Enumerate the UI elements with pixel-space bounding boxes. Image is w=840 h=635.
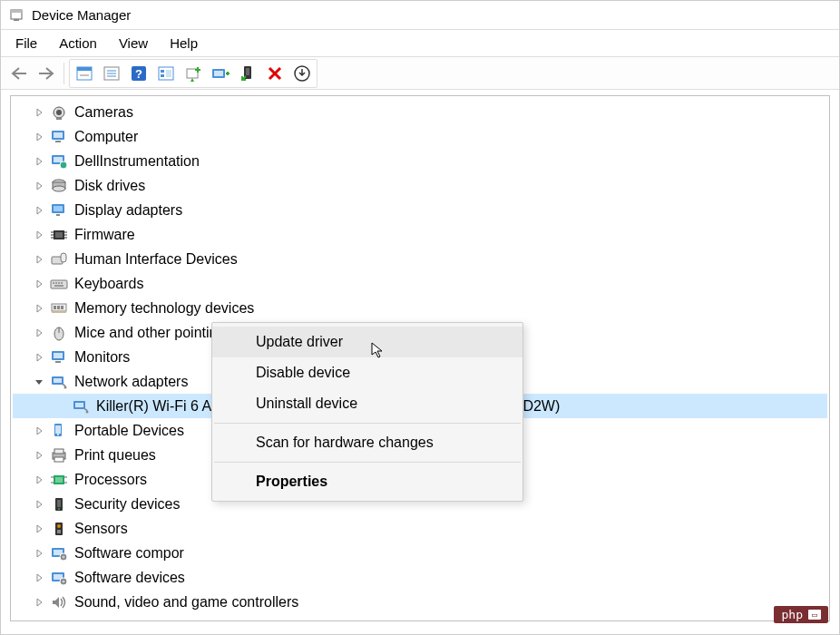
tree-node[interactable]: Sensors <box>13 516 827 541</box>
svg-rect-35 <box>54 206 63 211</box>
chevron-right-icon[interactable] <box>33 229 45 241</box>
svg-rect-49 <box>55 282 57 284</box>
disk-icon <box>49 176 69 196</box>
printer-icon <box>49 445 69 465</box>
svg-text:?: ? <box>135 67 142 81</box>
menu-action[interactable]: Action <box>50 32 106 54</box>
ctx-update-driver[interactable]: Update driver <box>212 327 523 357</box>
ctx-properties[interactable]: Properties <box>212 466 523 497</box>
chevron-right-icon[interactable] <box>33 572 45 584</box>
svg-rect-14 <box>161 74 164 77</box>
chevron-right-icon[interactable] <box>33 302 45 315</box>
monitor-icon <box>49 347 69 367</box>
chevron-right-icon[interactable] <box>33 327 45 339</box>
memory-icon <box>49 298 69 318</box>
forward-button[interactable] <box>34 62 59 85</box>
svg-rect-1 <box>11 10 22 13</box>
svg-rect-50 <box>58 282 60 284</box>
svg-rect-54 <box>54 306 56 309</box>
tree-node-label: Memory technology devices <box>74 300 254 317</box>
enable-device-button[interactable] <box>235 62 260 85</box>
tree-node[interactable]: Software devices <box>13 565 827 590</box>
chevron-down-icon[interactable] <box>33 376 45 388</box>
tree-node[interactable]: Firmware <box>13 222 827 247</box>
svg-rect-4 <box>77 67 92 71</box>
menu-view[interactable]: View <box>110 32 157 54</box>
devices-by-type-button[interactable] <box>153 62 179 85</box>
chevron-right-icon[interactable] <box>33 351 45 364</box>
svg-rect-48 <box>53 282 54 284</box>
tree-node-label: Firmware <box>74 227 135 243</box>
chevron-right-icon[interactable] <box>33 131 45 143</box>
watermark: php ▭ <box>774 606 828 623</box>
disable-device-button[interactable] <box>262 62 288 85</box>
properties-button[interactable] <box>99 62 124 85</box>
svg-rect-20 <box>246 68 249 75</box>
chevron-right-icon[interactable] <box>33 425 45 437</box>
tree-node[interactable]: Sound, video and game controllers <box>13 590 827 614</box>
back-button[interactable] <box>6 62 32 85</box>
svg-rect-46 <box>61 253 66 262</box>
chevron-right-icon[interactable] <box>33 253 45 266</box>
chevron-right-icon[interactable] <box>33 596 45 609</box>
svg-point-30 <box>60 161 67 169</box>
chevron-right-icon[interactable] <box>33 498 45 511</box>
tree-node[interactable]: DellInstrumentation <box>13 149 827 173</box>
menubar: File Action View Help <box>1 30 839 57</box>
chevron-right-icon[interactable] <box>33 547 45 560</box>
chevron-right-icon[interactable] <box>33 106 45 119</box>
svg-rect-2 <box>14 19 19 21</box>
tree-node[interactable]: Keyboards <box>13 271 827 296</box>
show-hidden-button[interactable] <box>72 62 97 85</box>
svg-rect-74 <box>54 457 63 462</box>
tree-node[interactable]: Display adapters <box>13 198 827 222</box>
ctx-uninstall-device[interactable]: Uninstall device <box>212 388 523 419</box>
svg-point-83 <box>58 508 60 510</box>
chevron-right-icon[interactable] <box>33 180 45 192</box>
display-icon <box>49 200 69 220</box>
chevron-right-icon[interactable] <box>33 523 45 535</box>
svg-point-85 <box>57 524 61 528</box>
keyboard-icon <box>49 274 69 294</box>
svg-point-23 <box>56 110 62 115</box>
scan-hardware-button[interactable] <box>208 62 233 85</box>
tree-node-label: Disk drives <box>74 178 145 194</box>
svg-rect-51 <box>61 282 63 284</box>
tree-node[interactable]: Disk drives <box>13 173 827 198</box>
chevron-right-icon[interactable] <box>33 155 45 168</box>
svg-rect-86 <box>57 530 61 533</box>
svg-rect-18 <box>214 71 223 76</box>
svg-rect-55 <box>57 306 60 309</box>
svg-rect-27 <box>55 141 61 142</box>
tree-node-label: Computer <box>74 129 138 145</box>
svg-rect-24 <box>56 118 62 120</box>
ctx-disable-device[interactable]: Disable device <box>212 357 523 388</box>
svg-rect-52 <box>54 285 63 287</box>
menu-file[interactable]: File <box>6 32 46 54</box>
svg-point-71 <box>57 434 59 435</box>
chevron-right-icon[interactable] <box>33 278 45 290</box>
mouse-icon <box>49 323 69 343</box>
tree-node[interactable]: Software compor <box>13 541 827 565</box>
ctx-scan-hardware[interactable]: Scan for hardware changes <box>212 427 523 458</box>
chevron-right-icon[interactable] <box>33 449 45 462</box>
chip-icon <box>49 225 69 245</box>
tree-node-label: DellInstrumentation <box>74 153 200 170</box>
tree-node[interactable]: Cameras <box>13 100 827 124</box>
uninstall-device-button[interactable] <box>289 62 315 85</box>
tree-node-label: Print queues <box>74 447 156 464</box>
tree-node-label: Keyboards <box>74 276 144 292</box>
menu-help[interactable]: Help <box>161 32 207 54</box>
tree-node-label: Software devices <box>74 570 185 586</box>
help-button[interactable]: ? <box>126 62 151 85</box>
svg-rect-29 <box>54 157 63 162</box>
chevron-right-icon[interactable] <box>33 474 45 486</box>
tree-node[interactable]: Computer <box>13 124 827 149</box>
watermark-text: php <box>781 608 802 621</box>
tree-node[interactable]: Human Interface Devices <box>13 247 827 271</box>
tree-node[interactable]: Memory technology devices <box>13 296 827 320</box>
chevron-right-icon[interactable] <box>33 204 45 217</box>
nic-icon <box>71 396 91 416</box>
svg-rect-73 <box>54 449 63 454</box>
update-driver-button[interactable] <box>181 62 206 85</box>
